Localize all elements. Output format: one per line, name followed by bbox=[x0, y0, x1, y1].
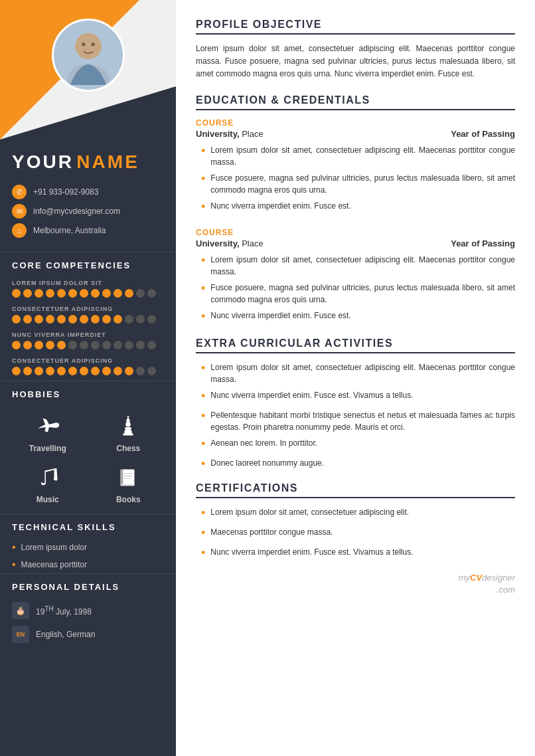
chess-icon bbox=[114, 411, 143, 440]
hobby-chess: Chess bbox=[93, 411, 165, 453]
competency-label: LOREM IPSUM DOLOR SIT bbox=[12, 280, 164, 286]
dot bbox=[136, 367, 145, 375]
location-icon: ⌂ bbox=[12, 223, 27, 238]
bullet-dot: • bbox=[201, 407, 205, 425]
university-name-1: University, Place bbox=[196, 129, 264, 139]
svg-rect-15 bbox=[123, 476, 132, 476]
hobby-label: Music bbox=[37, 495, 59, 504]
dot bbox=[57, 341, 66, 349]
language-icon: EN bbox=[12, 626, 29, 643]
name-part1: YOUR bbox=[12, 151, 74, 172]
dot bbox=[57, 315, 66, 324]
hobby-music: Music bbox=[12, 462, 84, 504]
hobbies-title: HOBBIES bbox=[0, 381, 176, 406]
dots-row bbox=[12, 367, 164, 375]
dot bbox=[23, 367, 32, 375]
dot bbox=[35, 367, 43, 375]
dot bbox=[102, 289, 111, 298]
dot bbox=[23, 315, 32, 324]
phone-text: +91 933-092-9083 bbox=[33, 187, 98, 197]
music-icon bbox=[33, 462, 62, 492]
competency-item: CONSECTETUER ADIPISCING bbox=[0, 355, 176, 381]
skill-item: • Lorem ipsum dolor bbox=[0, 539, 176, 556]
svg-rect-13 bbox=[121, 470, 123, 486]
skill-item: • Maecenas porttitor bbox=[0, 556, 176, 573]
personal-title: PERSONAL DETAILS bbox=[0, 573, 176, 599]
bullet-item: • Nunc viverra imperdiet enim. Fusce est… bbox=[201, 389, 515, 405]
education-course-2: COURSE University, Place Year of Passing… bbox=[196, 228, 515, 326]
competencies-list: LOREM IPSUM DOLOR SIT CONSECTETUER ADIPI… bbox=[0, 277, 176, 381]
dot bbox=[136, 289, 145, 298]
dot bbox=[125, 341, 133, 349]
course-label-2: COURSE bbox=[196, 228, 515, 237]
bullet-text: Nunc viverra imperdiet enim. Fusce est. … bbox=[210, 546, 413, 558]
dot bbox=[91, 315, 100, 324]
dots-row bbox=[12, 341, 164, 349]
contact-phone: ✆ +91 933-092-9083 bbox=[12, 185, 164, 199]
dob-text: 19TH July, 1998 bbox=[36, 605, 92, 616]
dot bbox=[147, 289, 156, 298]
bullet-item: • Lorem ipsum dolor sit amet, consectetu… bbox=[201, 361, 515, 385]
dot bbox=[23, 341, 32, 349]
extra-bullets: • Lorem ipsum dolor sit amet, consectetu… bbox=[201, 361, 515, 473]
bullet-text: Nunc viverra imperdiet enim. Fusce est. bbox=[210, 310, 350, 322]
book-icon bbox=[114, 462, 143, 492]
bullet-dot: • bbox=[201, 252, 205, 270]
svg-point-0 bbox=[75, 33, 102, 60]
phone-icon: ✆ bbox=[12, 185, 27, 199]
cert-title: CERTIFICATIONS bbox=[196, 482, 515, 498]
dot bbox=[102, 341, 111, 349]
profile-photo bbox=[52, 19, 125, 92]
svg-rect-6 bbox=[125, 427, 131, 431]
education-course-1: COURSE University, Place Year of Passing… bbox=[196, 118, 515, 216]
dot bbox=[80, 367, 88, 375]
bullet-dot: • bbox=[201, 280, 205, 298]
bullet-text: Lorem ipsum dolor sit amet, consectetuer… bbox=[210, 361, 515, 385]
dot bbox=[91, 289, 100, 298]
contact-email: ✉ info@mycvdesigner.com bbox=[12, 204, 164, 219]
bullet-item: • Pellentesque habitant morbi tristique … bbox=[201, 409, 515, 433]
bullet-dot: • bbox=[201, 359, 205, 377]
bullet-text: Fusce posuere, magna sed pulvinar ultric… bbox=[210, 172, 515, 196]
dots-row bbox=[12, 289, 164, 298]
year-label-1: Year of Passing bbox=[451, 129, 515, 139]
name-part2: NAME bbox=[76, 151, 139, 172]
cert-bullets: • Lorem ipsum dolor sit amet, consectetu… bbox=[201, 506, 515, 562]
bullet-text: Fusce posuere, magna sed pulvinar ultric… bbox=[210, 282, 515, 306]
bullet-text: Lorem ipsum dolor sit amet, consectetuer… bbox=[210, 144, 515, 168]
dot bbox=[136, 341, 145, 349]
dot bbox=[68, 289, 77, 298]
dot bbox=[91, 341, 100, 349]
bullet-dot: • bbox=[201, 142, 205, 160]
profile-text: Lorem ipsum dolor sit amet, consectetuer… bbox=[196, 43, 515, 81]
dot bbox=[102, 315, 111, 324]
bullet-item: • Lorem ipsum dolor sit amet, consectetu… bbox=[201, 254, 515, 278]
dot bbox=[147, 367, 156, 375]
skills-title: TECHNICAL SKILLS bbox=[0, 514, 176, 539]
dot bbox=[91, 367, 100, 375]
bullet-text: Maecenas porttitor congue massa. bbox=[210, 526, 333, 538]
personal-list: 🎂 19TH July, 1998 EN English, German bbox=[0, 599, 176, 646]
sidebar: YOUR NAME ✆ +91 933-092-9083 ✉ info@mycv… bbox=[0, 0, 176, 756]
bullet-dot: • bbox=[201, 198, 205, 216]
bullet-item: • Fusce posuere, magna sed pulvinar ultr… bbox=[201, 282, 515, 306]
bullet-text: Lorem ipsum dolor sit amet, consectetuer… bbox=[210, 254, 515, 278]
bullet-text: Aenean nec lorem. In porttitor. bbox=[210, 437, 317, 449]
dot bbox=[68, 367, 77, 375]
svg-point-2 bbox=[82, 43, 85, 46]
skill-text: Maecenas porttitor bbox=[21, 560, 87, 569]
dot bbox=[80, 289, 88, 298]
bullet-dot: • bbox=[201, 504, 205, 522]
dot bbox=[46, 341, 54, 349]
dot bbox=[80, 341, 88, 349]
personal-language: EN English, German bbox=[0, 622, 176, 646]
svg-rect-16 bbox=[123, 478, 131, 479]
bullet-text: Donec laoreet nonummy augue. bbox=[210, 457, 324, 469]
bullet-dot: • bbox=[201, 308, 205, 326]
dot bbox=[35, 315, 43, 324]
dot bbox=[12, 315, 21, 324]
dot bbox=[80, 315, 88, 324]
bullet-item: • Lorem ipsum dolor sit amet, consectetu… bbox=[201, 506, 515, 522]
dot bbox=[57, 367, 66, 375]
dot bbox=[23, 289, 32, 298]
